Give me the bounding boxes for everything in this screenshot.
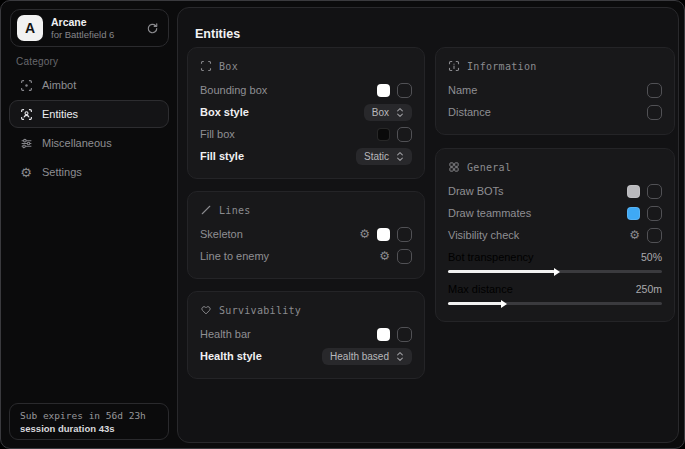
color-swatch[interactable]: [377, 128, 390, 141]
lines-card-header: Lines: [200, 204, 412, 216]
setting-label: Visibility check: [448, 229, 519, 241]
box-style-dropdown[interactable]: Box: [364, 104, 412, 121]
slider-track[interactable]: [448, 270, 662, 273]
setting-label: Health style: [200, 350, 262, 362]
chevron-up-down-icon: [396, 151, 404, 162]
setting-label: Box style: [200, 106, 249, 118]
entities-scan-icon: [19, 108, 33, 121]
sidebar-item-label: Aimbot: [42, 79, 76, 91]
setting-row: Distance: [448, 101, 662, 123]
sidebar-item-aimbot[interactable]: Aimbot: [9, 71, 169, 99]
slider-fill: [448, 302, 502, 305]
checkbox[interactable]: [647, 83, 662, 98]
sidebar-item-entities[interactable]: Entities: [9, 100, 169, 128]
setting-label: Fill style: [200, 150, 244, 162]
slider-thumb[interactable]: [501, 300, 507, 308]
setting-label: Health bar: [200, 328, 251, 340]
slider-track[interactable]: [448, 302, 662, 305]
checkbox[interactable]: [647, 105, 662, 120]
card-title: Box: [219, 61, 238, 72]
checkbox[interactable]: [397, 227, 412, 242]
setting-label: Draw teammates: [448, 207, 531, 219]
chevron-up-down-icon: [396, 107, 404, 118]
sidebar: A Arcane for Battlefield 6 Category Aimb…: [1, 1, 177, 448]
color-swatch[interactable]: [377, 228, 390, 241]
main-panel: Entities Box Bounding box: [177, 7, 679, 443]
slider-thumb[interactable]: [554, 268, 560, 276]
setting-row: Bounding box: [200, 79, 412, 101]
box-card: Box Bounding box Box style Box: [187, 47, 425, 179]
app-window: A Arcane for Battlefield 6 Category Aimb…: [0, 0, 685, 449]
sidebar-item-label: Settings: [42, 166, 82, 178]
sidebar-item-settings[interactable]: ⚙ Settings: [9, 158, 169, 186]
slider-value: 50%: [641, 251, 662, 263]
sidebar-item-label: Entities: [42, 108, 78, 120]
app-subtitle: for Battlefield 6: [51, 29, 114, 40]
lines-card: Lines Skeleton ⚙ Line to enemy ⚙: [187, 191, 425, 279]
sub-expiry-text: Sub expires in 56d 23h: [20, 410, 158, 421]
color-swatch[interactable]: [627, 207, 640, 220]
gear-icon[interactable]: ⚙: [629, 229, 640, 241]
setting-label: Line to enemy: [200, 250, 269, 262]
setting-label: Skeleton: [200, 228, 243, 240]
app-logo: A: [17, 15, 43, 41]
dropdown-value: Static: [364, 151, 389, 162]
setting-row: Draw teammates: [448, 202, 662, 224]
dropdown-value: Health based: [330, 351, 389, 362]
checkbox[interactable]: [397, 249, 412, 264]
general-card-header: General: [448, 161, 662, 173]
app-name: Arcane: [51, 16, 114, 28]
setting-label: Distance: [448, 106, 491, 118]
setting-row: Line to enemy ⚙: [200, 245, 412, 267]
checkbox[interactable]: [647, 206, 662, 221]
setting-label: Bounding box: [200, 84, 267, 96]
fill-style-dropdown[interactable]: Static: [356, 148, 412, 165]
gear-icon[interactable]: ⚙: [379, 250, 390, 262]
setting-row: Visibility check ⚙: [448, 224, 662, 246]
gear-icon: ⚙: [19, 166, 33, 179]
survivability-card-header: Survivability: [200, 304, 412, 316]
setting-label: Fill box: [200, 128, 235, 140]
brand-text: Arcane for Battlefield 6: [51, 16, 114, 40]
refresh-icon[interactable]: [146, 22, 159, 35]
heart-icon: [200, 304, 212, 316]
right-column: Information Name Distance General: [435, 47, 675, 322]
checkbox[interactable]: [647, 228, 662, 243]
card-title: General: [467, 162, 511, 173]
color-swatch[interactable]: [377, 84, 390, 97]
setting-row: Box style Box: [200, 101, 412, 123]
grid-icon: [448, 161, 460, 173]
info-scan-icon: [448, 60, 460, 72]
checkbox[interactable]: [397, 127, 412, 142]
gear-icon[interactable]: ⚙: [359, 228, 370, 240]
checkbox[interactable]: [647, 184, 662, 199]
slider-fill: [448, 270, 555, 273]
box-icon: [200, 60, 212, 72]
general-card: General Draw BOTs Draw teammates: [435, 148, 675, 322]
health-style-dropdown[interactable]: Health based: [322, 348, 412, 365]
left-column: Box Bounding box Box style Box: [187, 47, 425, 379]
survivability-card: Survivability Health bar Health style He…: [187, 291, 425, 379]
information-card-header: Information: [448, 60, 662, 72]
category-label: Category: [16, 56, 58, 67]
bot-transparency-slider-row: Bot transpenency 50%: [448, 246, 662, 278]
page-title: Entities: [195, 27, 240, 41]
card-title: Information: [467, 61, 537, 72]
setting-label: Bot transpenency: [448, 251, 534, 263]
sidebar-item-miscellaneous[interactable]: Miscellaneous: [9, 129, 169, 157]
setting-row: Health bar: [200, 323, 412, 345]
checkbox[interactable]: [397, 83, 412, 98]
brand-card: A Arcane for Battlefield 6: [10, 9, 169, 47]
color-swatch[interactable]: [627, 185, 640, 198]
slider-value: 250m: [636, 283, 662, 295]
setting-label: Max distance: [448, 283, 513, 295]
setting-label: Name: [448, 84, 477, 96]
sidebar-nav: Aimbot Entities Miscellaneous ⚙ Settings: [9, 71, 169, 186]
checkbox[interactable]: [397, 327, 412, 342]
setting-row: Health style Health based: [200, 345, 412, 367]
color-swatch[interactable]: [377, 328, 390, 341]
line-icon: [200, 204, 212, 216]
dropdown-value: Box: [372, 107, 389, 118]
card-title: Survivability: [219, 305, 301, 316]
chevron-up-down-icon: [396, 351, 404, 362]
